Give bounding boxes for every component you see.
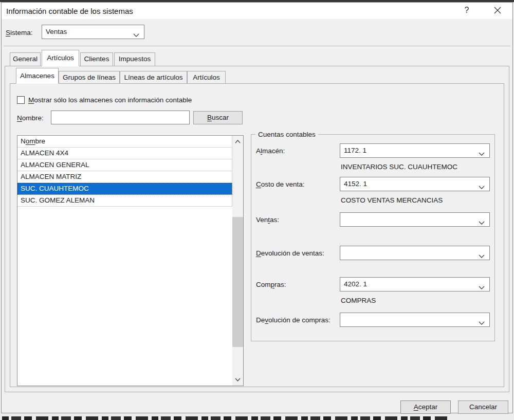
chevron-down-icon [479,150,485,157]
cuentas-contables-legend: Cuentas contables [255,131,318,138]
chevron-down-icon [479,283,485,291]
sales-returns-label: Devolución de ventas: [256,249,324,257]
chevron-down-icon [235,375,241,383]
sales-combobox[interactable] [340,212,490,227]
purchases-description: COMPRAS [341,297,376,304]
background-cutoff-bottom [0,414,514,420]
show-only-accounting-label: Mostrar sólo los almacenes con informaci… [28,96,192,104]
scrollbar-thumb[interactable] [232,217,243,347]
purchases-value: 4202. 1 [344,280,476,288]
cost-of-sales-description: COSTO VENTAS MERCANCIAS [341,196,443,204]
scroll-down-button[interactable] [232,374,243,386]
screen: Información contable de los sistemas ? S… [0,0,514,420]
sales-label: Ventas: [256,216,279,224]
warehouse-account-description: INVENTARIOS SUC. CUAUHTEMOC [341,163,457,171]
list-item-suc-gomez-aleman[interactable]: SUC. GOMEZ ALEMAN [17,195,232,207]
purchases-combobox[interactable]: 4202. 1 [340,277,490,291]
background-text-fragment [2,416,450,420]
warehouse-account-value: 1172. 1 [344,147,476,154]
purchases-label: Compras: [256,281,286,288]
warehouse-account-label: Almacén: [256,147,285,155]
chevron-down-icon [479,252,485,260]
list-item-almacen-matriz[interactable]: ALMACEN MATRIZ [17,171,232,183]
chevron-down-icon [479,319,485,326]
dialog-window: Información contable de los sistemas ? S… [1,2,513,413]
chevron-up-icon [235,137,241,145]
cost-of-sales-value: 4152. 1 [344,180,476,188]
chevron-down-icon [479,218,485,226]
scroll-up-button[interactable] [232,136,243,148]
list-item-suc-cuauhtemoc-selected[interactable]: SUC. CUAUHTEMOC [17,183,232,195]
list-item-almacen-4x4[interactable]: ALMACEN 4X4 [17,148,232,159]
almacenes-content: Mostrar sólo los almacenes con informaci… [2,3,512,413]
list-item-almacen-general[interactable]: ALMACEN GENERAL [17,159,232,171]
warehouse-account-combobox[interactable]: 1172. 1 [340,143,490,158]
purchase-returns-label: Devolución de compras: [256,316,331,324]
purchase-returns-combobox[interactable] [340,313,490,327]
search-button[interactable]: Buscar [193,111,243,124]
cost-of-sales-label: Costo de venta: [256,180,305,188]
column-header-nombre[interactable]: Nombre [17,136,232,148]
name-search-label: Nombre: [17,114,44,122]
cost-of-sales-combobox[interactable]: 4152. 1 [340,177,490,191]
name-search-input[interactable] [51,111,190,124]
sales-returns-combobox[interactable] [340,246,490,260]
chevron-down-icon [479,183,485,191]
list-scrollbar[interactable] [232,136,243,386]
show-only-accounting-checkbox[interactable] [17,96,25,104]
warehouse-list: Nombre ALMACEN 4X4 ALMACEN GENERAL ALMAC… [17,135,244,386]
